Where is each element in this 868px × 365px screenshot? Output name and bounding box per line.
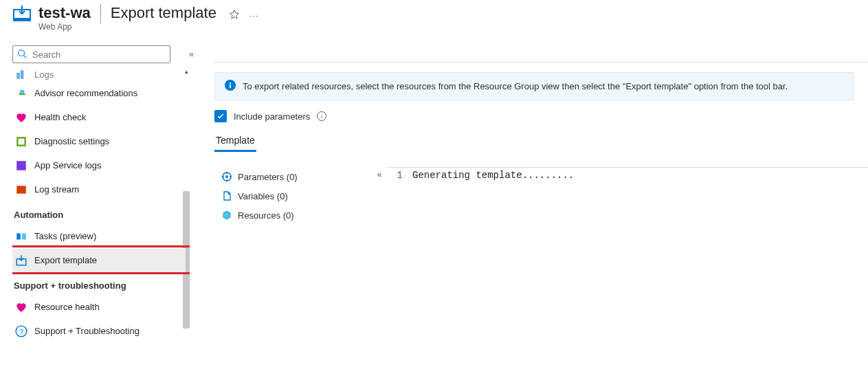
variables-icon [221,190,232,201]
sidebar-item-label: Logs [34,69,54,80]
tree-item-label: Variables (0) [238,191,288,201]
title-divider [100,4,101,23]
sidebar-item-advisor[interactable]: Advisor recommendations [12,81,186,105]
sidebar-item-support-troubleshooting[interactable]: ? Support + Troubleshooting [12,319,186,343]
sidebar-item-label: App Service logs [34,160,102,170]
sidebar-item-label: Diagnostic settings [34,136,109,146]
tree-item-variables[interactable]: Variables (0) [214,186,372,206]
page-header: test-wa Export template ··· Web App [0,0,868,36]
health-check-icon [15,111,27,124]
editor-line: 1 Generating template......... [386,168,868,183]
svg-point-20 [225,175,228,178]
svg-rect-11 [16,233,21,239]
resource-health-icon [15,301,27,313]
info-text: To export related resources, select the … [243,81,788,91]
tree-item-label: Resources (0) [238,210,294,221]
export-template-icon [15,254,27,267]
sidebar-item-log-stream[interactable]: Log stream [12,177,186,201]
sidebar-item-logs[interactable]: Logs [12,67,186,81]
info-banner: To export related resources, select the … [214,72,854,100]
line-number: 1 [386,170,412,181]
svg-rect-5 [21,70,24,78]
tab-bar: Template [214,135,868,152]
sidebar-nav: Logs Advisor recommendations Health chec… [12,67,190,343]
tree-item-label: Parameters (0) [238,172,298,182]
code-editor[interactable]: 1 Generating template......... [386,167,868,225]
svg-rect-18 [230,82,231,84]
collapse-tree-icon[interactable]: « [372,167,386,225]
more-actions-icon[interactable]: ··· [249,10,259,21]
sidebar-item-app-service-logs[interactable]: App Service logs [12,153,186,177]
app-logs-icon [15,159,27,172]
diagnostic-icon [15,135,27,148]
template-tree: Parameters (0) Variables (0) Resources (… [214,167,372,225]
svg-rect-9 [16,161,26,170]
sidebar-item-label: Tasks (preview) [34,231,96,241]
logs-icon [15,68,27,80]
webapp-icon [12,4,32,23]
sidebar: « ▴ Logs Advisor recommendations [0,36,190,365]
tree-item-parameters[interactable]: Parameters (0) [214,167,372,186]
sidebar-item-label: Advisor recommendations [34,88,137,98]
svg-line-3 [24,55,27,58]
sidebar-search[interactable] [12,45,170,63]
tab-template[interactable]: Template [214,135,256,152]
svg-rect-4 [16,73,20,79]
include-parameters-label: Include parameters [234,111,310,122]
sidebar-section-automation: Automation [12,201,190,224]
svg-rect-17 [230,85,231,88]
parameters-icon [221,171,232,182]
sidebar-item-tasks[interactable]: Tasks (preview) [12,224,186,248]
sidebar-item-health-check[interactable]: Health check [12,105,186,129]
page-title: Export template [111,1,216,23]
header-divider [214,62,868,63]
sidebar-section-support: Support + troubleshooting [12,272,190,295]
search-icon [17,49,27,60]
search-input[interactable] [31,49,166,60]
main-content: To export related resources, select the … [190,36,868,365]
include-parameters-checkbox[interactable] [214,110,227,122]
tasks-icon [15,230,27,243]
svg-point-2 [19,49,25,56]
favorite-star-icon[interactable] [229,9,240,22]
sidebar-item-label: Export template [34,255,97,265]
sidebar-item-label: Support + Troubleshooting [34,326,140,336]
svg-point-6 [20,89,25,94]
info-icon [225,80,236,93]
svg-rect-10 [16,186,26,193]
resource-type: Web App [38,22,259,32]
sidebar-item-label: Resource health [34,302,100,312]
tree-item-resources[interactable]: Resources (0) [214,206,372,225]
svg-rect-12 [22,233,26,239]
sidebar-item-diagnostic-settings[interactable]: Diagnostic settings [12,129,186,153]
resources-icon [221,210,232,221]
sidebar-item-export-template[interactable]: Export template [12,248,186,272]
resource-name: test-wa [38,1,91,23]
log-stream-icon [15,184,27,196]
sidebar-item-label: Health check [34,112,86,122]
sidebar-item-label: Log stream [34,184,79,195]
include-parameters-row: Include parameters i [214,110,868,122]
svg-rect-1 [14,18,30,21]
svg-text:?: ? [19,327,23,335]
code-text: Generating template......... [412,170,574,181]
advisor-icon [15,87,27,100]
svg-rect-8 [19,138,25,144]
sidebar-item-resource-health[interactable]: Resource health [12,295,186,319]
info-tooltip-icon[interactable]: i [317,111,326,121]
help-icon: ? [15,325,27,338]
